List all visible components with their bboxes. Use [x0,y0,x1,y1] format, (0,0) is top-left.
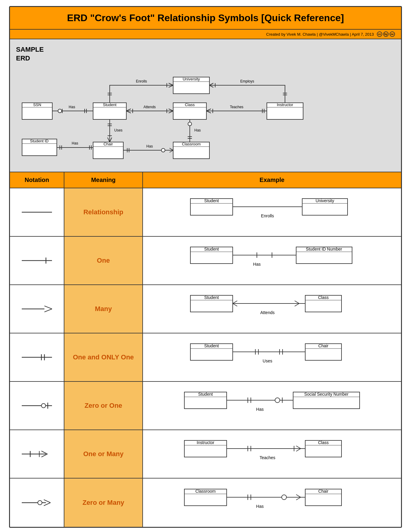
notation-cell-one [10,237,64,284]
cc-icon: cc [377,31,382,37]
main-container: ERD "Crow's Foot" Relationship Symbols [… [9,6,402,528]
svg-text:Chair: Chair [103,142,113,146]
svg-line-55 [170,148,173,150]
notation-svg-zero-one [19,398,55,413]
svg-line-66 [209,83,213,85]
header-meaning: Meaning [64,172,143,188]
svg-line-59 [169,85,173,87]
svg-point-54 [161,148,165,152]
svg-text:Employs: Employs [240,79,254,83]
svg-text:University: University [183,77,200,81]
svg-text:Student ID: Student ID [30,139,48,143]
svg-text:Student: Student [204,343,219,348]
svg-line-152 [41,454,47,457]
table-header: Notation Meaning Example [10,172,401,188]
notation-cell-zero-many [10,478,64,527]
example-svg-one: Student Student ID Number Has [166,241,378,280]
notation-svg-one-many [19,446,55,462]
notation-cell-one-many [10,430,64,478]
notation-svg-zero-many [19,495,55,510]
svg-text:Student: Student [204,198,219,203]
table-row: Relationship Student University Enrolls [10,188,401,237]
svg-line-72 [206,111,211,113]
erd-section: SAMPLEERD SSN Student ID Student Chair U… [10,39,401,172]
svg-line-41 [126,111,131,113]
svg-text:Class: Class [318,440,328,445]
header-notation: Notation [10,172,64,188]
svg-line-164 [296,449,301,451]
example-cell-zero-many: Classroom Chair Has [143,478,401,527]
meaning-cell-relationship: Relationship [64,188,143,236]
svg-line-163 [296,446,301,449]
svg-text:Social Security Number: Social Security Number [304,392,349,397]
svg-text:Teaches: Teaches [230,105,244,109]
svg-text:Has: Has [146,144,153,148]
svg-line-67 [209,85,213,87]
svg-text:Chair: Chair [318,343,328,348]
example-cell-one: Student Student ID Number Has [143,237,401,284]
svg-text:Student ID Number: Student ID Number [306,247,342,251]
svg-text:Attends: Attends [260,310,274,315]
meaning-cell-one: One [64,237,143,284]
svg-text:Enrolls: Enrolls [136,79,147,83]
title-bar: ERD "Crow's Foot" Relationship Symbols [… [10,7,401,30]
svg-text:Has: Has [72,141,78,145]
notation-svg-one [19,253,55,268]
example-cell-relationship: Student University Enrolls [143,188,401,236]
svg-line-171 [44,503,50,506]
example-cell-zero-one: Student Social Security Number Has [143,382,401,430]
svg-line-115 [295,301,299,303]
erd-diagram: SSN Student ID Student Chair University … [13,42,394,169]
svg-line-104 [44,306,52,309]
notation-cell-many [10,285,64,333]
svg-line-71 [206,109,211,111]
svg-text:Uses: Uses [263,358,272,363]
svg-text:Student: Student [204,247,219,251]
meaning-cell-one-only: One and ONLY One [64,333,143,381]
svg-point-78 [188,122,192,126]
attribution-bar: Created by Vivek M. Chawla | @VivekMChaw… [10,30,401,39]
svg-line-105 [44,309,52,312]
svg-text:Classroom: Classroom [182,142,201,146]
svg-line-45 [108,138,110,142]
notation-cell-relationship [10,188,64,236]
table-row: One or Many Instructor Class [10,430,401,478]
svg-text:Has: Has [256,504,264,509]
svg-text:Class: Class [318,295,328,300]
svg-text:Has: Has [194,128,201,132]
svg-text:Student: Student [198,392,213,397]
example-svg-one-only: Student Chair Uses [166,338,378,377]
svg-point-27 [58,109,62,113]
table-row: Zero or One Student Social Security Numb… [10,382,401,430]
table-row: Zero or Many Classroom Chair [10,478,401,527]
example-cell-many: Student Class Attends [143,285,401,333]
svg-text:Uses: Uses [114,128,122,132]
svg-text:Attends: Attends [144,105,156,109]
example-svg-many: Student Class Attends [166,289,378,329]
svg-point-181 [282,495,286,500]
notation-svg-one-only [19,350,55,365]
notation-cell-zero-one [10,382,64,430]
svg-text:Student: Student [103,102,117,107]
svg-text:Class: Class [185,102,195,107]
svg-text:SSN: SSN [33,102,41,107]
svg-line-183 [296,497,301,500]
svg-point-135 [41,404,46,408]
svg-text:Has: Has [253,262,261,267]
example-svg-one-many: Instructor Class Teaches [166,434,378,474]
page-title: ERD "Crow's Foot" Relationship Symbols [… [67,12,344,23]
svg-line-56 [170,150,173,152]
svg-text:Instructor: Instructor [277,102,293,107]
svg-line-37 [169,109,173,111]
svg-line-151 [41,451,47,454]
svg-text:Has: Has [69,105,75,109]
example-cell-one-only: Student Chair Uses [143,333,401,381]
svg-line-46 [110,138,112,142]
cc-icons: cc by nc [377,31,395,37]
by-icon: by [383,31,389,37]
svg-text:Student: Student [204,295,219,300]
attribution-text: Created by Vivek M. Chawla | @VivekMChaw… [266,32,374,37]
example-svg-zero-one: Student Social Security Number Has [166,386,378,425]
svg-text:Classroom: Classroom [196,489,216,494]
svg-line-113 [233,301,237,303]
